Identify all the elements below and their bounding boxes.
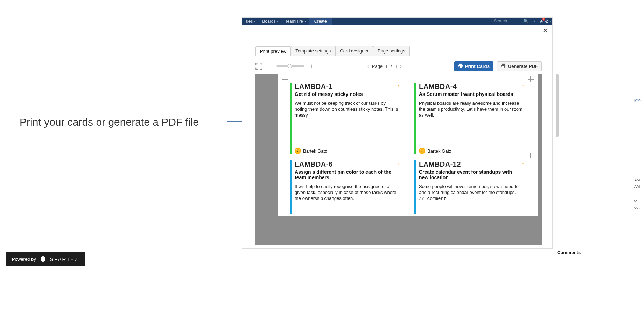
marketing-caption: Print your cards or generate a PDF file <box>20 116 199 128</box>
card-stripe <box>290 83 292 154</box>
star-icon[interactable]: ★1 <box>538 18 545 24</box>
card-key: LAMBDA-1 <box>295 83 399 91</box>
close-button[interactable]: ✕ <box>543 27 547 34</box>
spartez-logo-icon <box>40 255 47 262</box>
svg-rect-3 <box>459 66 462 68</box>
bg-comments-heading: Comments <box>557 250 581 255</box>
chevron-down-icon: ▾ <box>304 20 306 23</box>
svg-rect-1 <box>459 63 462 65</box>
assignee-name: Bartek Gatz <box>427 148 451 154</box>
zoom-controls: − + <box>255 63 315 70</box>
zoom-in-button[interactable]: + <box>308 63 315 70</box>
preview-toolbar: − + ‹ Page 1 / 1 › Print Cards Generate … <box>255 61 542 72</box>
page-label: Page <box>372 64 383 69</box>
card-description: Some people will never remember, so we n… <box>419 184 523 202</box>
gear-icon[interactable]: ⚙▾ <box>545 18 551 24</box>
card-key: LAMBDA-6 <box>295 160 399 168</box>
card-key: LAMBDA-12 <box>419 160 523 168</box>
page-sep: / <box>391 64 392 69</box>
app-window: ues ▾ Boards ▾ TeamHire ▾ Create Search … <box>242 18 552 248</box>
vertical-scrollbar[interactable] <box>556 74 559 137</box>
slider-knob[interactable] <box>288 64 292 68</box>
card-assignee: 🐱 Bartek Gatz <box>419 148 451 154</box>
bg-link-fragment: kflo <box>634 98 644 103</box>
card-description: Physical boards are really awesome and i… <box>419 100 523 118</box>
crop-mark <box>282 76 290 84</box>
next-page-button[interactable]: › <box>400 63 402 69</box>
search-icon: 🔍 <box>523 19 528 23</box>
printer-icon <box>458 63 463 69</box>
print-cards-button[interactable]: Print Cards <box>454 61 493 71</box>
tab-page-settings[interactable]: Page settings <box>373 46 410 56</box>
paper-sheet: ↑ LAMBDA-1 Get rid of messy sticky notes… <box>278 74 538 216</box>
zoom-slider[interactable] <box>276 65 304 67</box>
nav-item-partial[interactable]: ues ▾ <box>243 18 259 25</box>
svg-rect-6 <box>502 66 505 68</box>
card-stripe <box>290 160 292 214</box>
page-total: 1 <box>395 64 397 69</box>
jira-top-nav: ues ▾ Boards ▾ TeamHire ▾ Create Search … <box>242 18 552 25</box>
card: ↑ LAMBDA-4 As Scrum master I want physic… <box>414 82 526 155</box>
avatar-icon: 🐱 <box>419 148 425 154</box>
print-modal: ✕ Print preview Template settings Card d… <box>245 25 552 248</box>
search-input[interactable]: Search 🔍 <box>492 19 530 24</box>
bg-text-fragment: out <box>634 205 644 209</box>
svg-rect-4 <box>502 63 505 65</box>
cards-grid: ↑ LAMBDA-1 Get rid of messy sticky notes… <box>278 75 538 216</box>
printer-icon <box>501 63 506 69</box>
tab-card-designer[interactable]: Card designer <box>335 46 373 56</box>
prev-page-button[interactable]: ‹ <box>368 63 369 69</box>
tab-bar: Print preview Template settings Card des… <box>255 46 542 56</box>
generate-pdf-button[interactable]: Generate PDF <box>497 61 542 71</box>
page-controls: ‹ Page 1 / 1 › <box>368 63 402 69</box>
assignee-name: Bartek Gatz <box>303 148 327 154</box>
page-current: 1 <box>385 64 388 69</box>
card: ↑ LAMBDA-12 Create calendar event for st… <box>414 160 526 216</box>
card-description: It will help to easily recognise the ass… <box>295 184 399 202</box>
avatar-icon: 🐱 <box>295 148 301 154</box>
card-description: We must not be keeping track of our task… <box>295 100 399 118</box>
brand-name: SPARTEZ <box>50 256 79 262</box>
card-title: Get rid of messy sticky notes <box>295 91 399 97</box>
powered-by-label: Powered by <box>12 257 36 262</box>
tab-print-preview[interactable]: Print preview <box>255 46 291 56</box>
crop-mark <box>526 76 534 84</box>
fullscreen-icon[interactable] <box>255 63 262 70</box>
priority-up-icon: ↑ <box>522 83 524 90</box>
nav-item-label: ues <box>246 19 253 24</box>
crop-mark <box>282 152 290 160</box>
card-title: Assign a different pin color to each of … <box>295 169 399 180</box>
generate-pdf-label: Generate PDF <box>508 64 538 69</box>
zoom-out-button[interactable]: − <box>266 63 273 70</box>
chevron-down-icon: ▾ <box>277 20 279 23</box>
card: ↑ LAMBDA-1 Get rid of messy sticky notes… <box>290 82 402 155</box>
print-cards-label: Print Cards <box>465 64 490 69</box>
bg-text-fragment: to <box>634 199 644 203</box>
card-stripe <box>414 83 416 154</box>
bg-time-fragment: AM <box>634 184 644 188</box>
crop-mark <box>404 152 412 160</box>
search-placeholder: Search <box>494 19 507 23</box>
nav-item-boards[interactable]: Boards ▾ <box>259 18 282 25</box>
priority-up-icon: ↑ <box>397 83 400 90</box>
card-code: // comment <box>419 196 446 201</box>
tab-template-settings[interactable]: Template settings <box>291 46 335 56</box>
priority-up-icon: ↑ <box>397 161 400 167</box>
crop-mark <box>526 152 534 160</box>
nav-item-label: Boards <box>262 19 275 24</box>
background-content: kflo AM AM to out Comments <box>634 18 644 211</box>
help-icon[interactable]: ?▾ <box>532 18 538 24</box>
preview-viewport[interactable]: ↑ LAMBDA-1 Get rid of messy sticky notes… <box>255 74 542 245</box>
powered-by-badge: Powered by SPARTEZ <box>6 252 85 266</box>
nav-item-teamhire[interactable]: TeamHire ▾ <box>282 18 309 25</box>
chevron-down-icon: ▾ <box>254 20 256 23</box>
bg-time-fragment: AM <box>634 178 644 182</box>
card-stripe <box>414 160 416 214</box>
create-button[interactable]: Create <box>309 18 332 25</box>
card-title: As Scrum master I want physical boards <box>419 91 523 97</box>
priority-up-icon: ↑ <box>522 161 524 167</box>
card: ↑ LAMBDA-6 Assign a different pin color … <box>290 160 402 216</box>
card-assignee: 🐱 Bartek Gatz <box>295 148 327 154</box>
nav-item-label: TeamHire <box>285 19 303 24</box>
card-key: LAMBDA-4 <box>419 83 523 91</box>
